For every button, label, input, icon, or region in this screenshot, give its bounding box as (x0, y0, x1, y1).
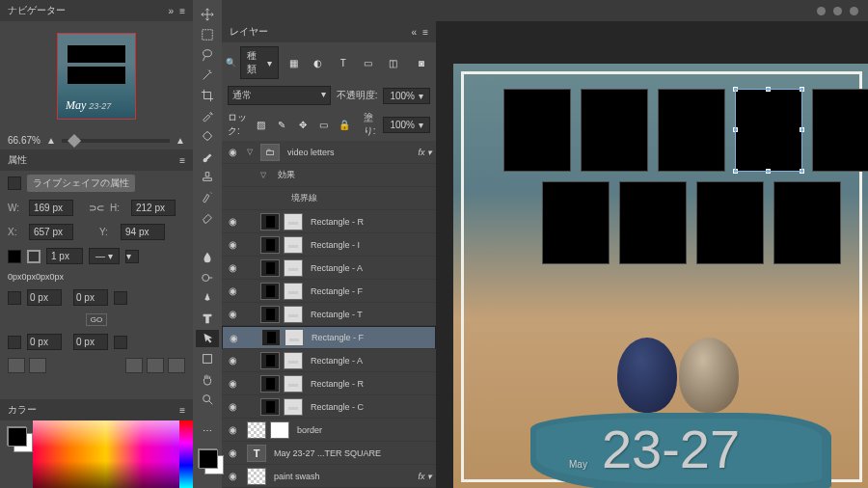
stroke-style-select[interactable]: — ▾ (89, 248, 120, 264)
visibility-toggle[interactable]: ◉ (226, 285, 239, 296)
layer-name[interactable]: 境界線 (287, 192, 432, 204)
zoom-in-icon[interactable]: ▲ (176, 135, 185, 146)
layer-row[interactable]: ◉▬Rectangle - C (222, 395, 436, 419)
brush-tool-icon[interactable] (196, 148, 219, 165)
layer-name[interactable]: paint swash (270, 472, 414, 481)
max-dot[interactable] (833, 7, 842, 15)
layer-row[interactable]: ◉▬Rectangle - T (222, 303, 436, 326)
lock-nest-icon[interactable]: ▭ (316, 116, 332, 133)
visibility-toggle[interactable]: ◉ (226, 401, 239, 412)
dodge-tool-icon[interactable] (196, 269, 219, 286)
layer-row[interactable]: 境界線 (222, 187, 436, 210)
wand-tool-icon[interactable] (196, 67, 219, 84)
blur-tool-icon[interactable] (196, 249, 219, 266)
fg-bg-swatch[interactable] (7, 426, 26, 446)
height-input[interactable] (131, 200, 176, 216)
visibility-toggle[interactable]: ◉ (226, 471, 239, 481)
lock-paint-icon[interactable]: ✎ (275, 116, 290, 133)
lock-trans-icon[interactable]: ▨ (254, 116, 269, 133)
corner-tr-input[interactable] (73, 289, 108, 306)
visibility-toggle[interactable]: ◉ (226, 216, 239, 227)
layers-collapse-icon[interactable]: « (412, 27, 418, 38)
layers-menu-icon[interactable]: ≡ (422, 27, 428, 38)
pathop-4[interactable] (147, 358, 164, 373)
filter-type-icon[interactable]: T (333, 54, 354, 71)
layer-name[interactable]: border (293, 425, 432, 435)
type-tool-icon[interactable] (196, 310, 219, 327)
corner-tr-icon[interactable] (114, 291, 127, 305)
corner-bl-icon[interactable] (8, 336, 21, 349)
pen-tool-icon[interactable] (196, 289, 219, 307)
visibility-toggle[interactable]: ◉ (226, 447, 239, 458)
corner-tl-input[interactable] (27, 289, 62, 306)
zoom-out-icon[interactable]: ▲ (46, 135, 56, 146)
grid-rect[interactable] (503, 89, 571, 172)
gradient-tool-icon[interactable] (196, 229, 219, 246)
visibility-toggle[interactable]: ◉ (226, 378, 239, 389)
layer-row[interactable]: ◉▽🗀video lettersfx ▾ (222, 141, 436, 164)
corner-br-input[interactable] (73, 334, 108, 350)
color-picker[interactable] (33, 420, 179, 488)
visibility-toggle[interactable]: ◉ (226, 262, 239, 273)
navigator-thumbnail[interactable]: May 23-27 (57, 33, 136, 120)
hue-slider[interactable] (179, 420, 193, 488)
fx-badge[interactable]: fx ▾ (418, 472, 432, 481)
layer-row[interactable]: ◉▬Rectangle - F (222, 280, 436, 303)
shape-tool-icon[interactable] (196, 350, 219, 367)
layer-row[interactable]: ◉TMay 23-27 ...TER SQUARE (222, 442, 436, 465)
navigator-body[interactable]: May 23-27 (0, 21, 193, 131)
opacity-input[interactable]: 100% ▾ (383, 88, 430, 104)
layer-row[interactable]: ◉▬Rectangle - I (222, 233, 436, 257)
prop-menu-icon[interactable]: ≡ (179, 155, 185, 166)
layer-name[interactable]: Rectangle - C (307, 402, 432, 412)
marquee-tool-icon[interactable] (196, 26, 219, 43)
fx-badge[interactable]: fx ▾ (418, 148, 432, 157)
layer-name[interactable]: Rectangle - T (307, 310, 432, 319)
pathop-2[interactable] (29, 358, 46, 373)
visibility-toggle[interactable]: ◉ (226, 147, 239, 157)
layer-name[interactable]: May 23-27 ...TER SQUARE (270, 448, 432, 458)
layer-name[interactable]: Rectangle - R (307, 379, 432, 389)
toolbar-fg-bg-swatch[interactable] (198, 448, 217, 468)
eraser-tool-icon[interactable] (196, 208, 219, 226)
layer-row[interactable]: ◉paint swashfx ▾ (222, 465, 436, 488)
filter-shape-icon[interactable]: ▭ (358, 54, 379, 71)
layer-name[interactable]: Rectangle - R (307, 217, 432, 227)
visibility-toggle[interactable]: ◉ (226, 355, 239, 366)
color-menu-icon[interactable]: ≡ (179, 405, 185, 416)
layers-list[interactable]: ◉▽🗀video lettersfx ▾▽効果境界線◉▬Rectangle - … (222, 141, 436, 488)
stamp-tool-icon[interactable] (196, 168, 219, 185)
corner-br-icon[interactable] (114, 336, 127, 349)
grid-rect-selected[interactable] (735, 89, 802, 172)
eyedropper-tool-icon[interactable] (196, 107, 219, 124)
layer-row[interactable]: ◉▬Rectangle - A (222, 257, 436, 280)
visibility-toggle[interactable]: ◉ (226, 239, 239, 250)
y-input[interactable] (121, 224, 165, 240)
visibility-toggle[interactable]: ◉ (226, 424, 239, 435)
grid-rect[interactable] (812, 89, 868, 172)
zoom-tool-icon[interactable] (196, 391, 219, 408)
close-dot[interactable] (850, 7, 858, 15)
nav-collapse-icon[interactable]: » (169, 6, 175, 16)
layer-row[interactable]: ◉▬Rectangle - R (222, 210, 436, 233)
pathop-1[interactable] (8, 358, 25, 373)
grid-rect[interactable] (619, 181, 687, 264)
heal-tool-icon[interactable] (196, 127, 219, 145)
filter-pixel-icon[interactable]: ▦ (283, 54, 304, 71)
layer-row[interactable]: ◉▬Rectangle - R (222, 372, 436, 395)
zoom-slider[interactable] (62, 139, 170, 143)
stroke-swatch[interactable] (27, 250, 41, 263)
filter-adjust-icon[interactable]: ◐ (308, 54, 329, 71)
layer-name[interactable]: Rectangle - F (308, 333, 431, 342)
min-dot[interactable] (817, 7, 826, 15)
pathop-5[interactable] (168, 358, 185, 373)
layer-name[interactable]: Rectangle - I (307, 240, 432, 250)
path-select-tool-icon[interactable] (196, 330, 219, 347)
layer-name[interactable]: Rectangle - A (307, 263, 432, 273)
visibility-toggle[interactable]: ◉ (227, 333, 240, 343)
x-input[interactable] (29, 224, 73, 240)
layer-row[interactable]: ▽効果 (222, 164, 436, 187)
layer-name[interactable]: 効果 (274, 169, 432, 181)
stroke-align[interactable]: ▾ (125, 250, 139, 263)
filter-kind-select[interactable]: 種類 ▾ (240, 46, 279, 79)
